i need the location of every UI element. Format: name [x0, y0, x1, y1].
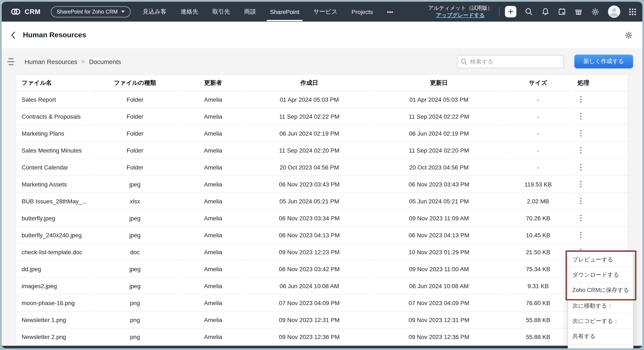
row-actions-kebab-button[interactable]: [578, 111, 584, 121]
column-header-modified: 更新日: [375, 75, 503, 91]
top-navbar: CRM SharePoint for Zoho CRM 見込み客連絡先取引先商談…: [2, 2, 642, 22]
row-actions-kebab-button[interactable]: [578, 145, 584, 155]
file-type-cell: png: [90, 312, 180, 328]
create-new-button[interactable]: 新しく作成する: [574, 55, 633, 68]
breadcrumb-folder[interactable]: Documents: [89, 58, 121, 65]
created-date-cell: 06 Nov 2023 03:43 PM: [246, 176, 372, 193]
created-date-cell: 06 Nov 2023 04:13 PM: [246, 227, 372, 244]
created-date-cell: 01 Apr 2024 05:03 PM: [246, 91, 372, 108]
context-menu-item[interactable]: ダウンロードする: [568, 268, 633, 283]
file-size-cell: -: [505, 142, 571, 159]
file-size-cell: -: [505, 125, 571, 142]
nav-tab[interactable]: 商談: [244, 2, 256, 22]
created-date-cell: 09 Nov 2023 12:31 PM: [246, 312, 372, 328]
context-menu-item[interactable]: Zoho CRMに保存する: [568, 283, 633, 298]
actions-cell: [573, 227, 628, 244]
settings-gear-icon[interactable]: [591, 7, 600, 16]
file-name-cell[interactable]: butterfly.jpeg: [16, 210, 87, 227]
row-actions-kebab-button[interactable]: [578, 230, 584, 240]
calendar-icon[interactable]: [558, 8, 566, 16]
row-actions-kebab-button[interactable]: [578, 213, 584, 223]
plan-label: アルティメット（試用版）: [428, 5, 493, 12]
user-avatar[interactable]: [608, 5, 620, 18]
nav-tab[interactable]: SharePoint: [270, 2, 300, 22]
file-type-cell: jpeg: [90, 278, 180, 295]
file-name-cell[interactable]: Sales Meeting Minutes: [16, 142, 87, 159]
row-actions-kebab-button[interactable]: [578, 162, 584, 172]
file-name-cell[interactable]: Marketing Assets: [16, 176, 87, 193]
table-row[interactable]: butterfly_240x240.jpeg jpeg Amelia 06 No…: [16, 227, 628, 244]
actions-cell: [573, 108, 628, 125]
marketplace-store-icon[interactable]: [574, 8, 582, 16]
nav-tab[interactable]: •••: [387, 2, 393, 22]
context-menu-item[interactable]: 次に移動する：: [568, 298, 633, 314]
table-body: Sales Report Folder Amelia 01 Apr 2024 0…: [16, 91, 628, 345]
file-name-cell[interactable]: dd.jpeg: [16, 261, 87, 278]
file-name-cell[interactable]: Sales Report: [16, 91, 87, 108]
file-name-cell[interactable]: check-list-template.doc: [16, 244, 87, 261]
nav-tab[interactable]: 見込み客: [143, 2, 166, 22]
row-actions-kebab-button[interactable]: [578, 196, 584, 206]
table-row[interactable]: Marketing Plans Folder Amelia 06 Jun 202…: [16, 125, 628, 142]
context-menu-item[interactable]: リンクをコピーする: [568, 345, 633, 348]
search-icon: [460, 58, 468, 65]
notifications-bell-icon[interactable]: [542, 8, 550, 16]
file-name-cell[interactable]: images2.jpeg: [16, 278, 87, 295]
file-name-cell[interactable]: moon-phase-16.png: [16, 295, 87, 312]
modified-by-cell: Amelia: [182, 91, 244, 108]
file-type-cell: Folder: [90, 159, 180, 176]
file-size-cell: 2.02 MB: [505, 193, 571, 210]
nav-tab[interactable]: 取引先: [212, 2, 230, 22]
quick-create-button[interactable]: [505, 6, 516, 17]
file-type-cell: jpeg: [90, 227, 180, 244]
nav-tab[interactable]: サービス: [313, 2, 338, 22]
created-date-cell: 05 Jun 2024 05:21 PM: [246, 193, 372, 210]
search-icon[interactable]: [525, 8, 533, 16]
apps-grid-icon[interactable]: [629, 8, 636, 15]
file-type-cell: jpeg: [90, 261, 180, 278]
context-menu-item[interactable]: 共有する: [568, 329, 633, 345]
table-row[interactable]: Newsletter 2.png png Amelia 09 Nov 2023 …: [16, 328, 628, 345]
table-row[interactable]: images2.jpeg jpeg Amelia 06 Jun 2024 10:…: [16, 278, 628, 295]
created-date-cell: 06 Nov 2023 03:42 PM: [246, 261, 372, 278]
modified-by-cell: Amelia: [182, 227, 244, 244]
table-row[interactable]: Contracts & Proposals Folder Amelia 11 S…: [16, 108, 628, 125]
view-menu-icon[interactable]: [7, 58, 14, 65]
actions-cell: [573, 125, 628, 142]
file-name-cell[interactable]: Contracts & Proposals: [16, 108, 87, 125]
context-menu-item[interactable]: 次にコピーする：: [568, 314, 633, 329]
nav-tab[interactable]: Projects: [352, 2, 373, 22]
file-name-cell[interactable]: Marketing Plans: [16, 125, 87, 142]
table-row[interactable]: BUB Issues_28thMay_... xlsx Amelia 05 Ju…: [16, 193, 628, 210]
table-row[interactable]: dd.jpeg jpeg Amelia 06 Nov 2023 03:42 PM…: [16, 261, 628, 278]
row-actions-kebab-button[interactable]: [578, 128, 584, 138]
row-actions-kebab-button[interactable]: [578, 179, 584, 189]
file-name-cell[interactable]: Newsletter 2.png: [16, 328, 87, 345]
table-row[interactable]: Content Calendar Folder Amelia 20 Oct 20…: [16, 159, 628, 176]
app-selector-dropdown[interactable]: SharePoint for Zoho CRM: [51, 6, 131, 17]
search-input[interactable]: [457, 55, 564, 68]
row-actions-kebab-button[interactable]: [578, 94, 584, 104]
table-row[interactable]: Newsletter 1.png png Amelia 09 Nov 2023 …: [16, 312, 628, 328]
table-row[interactable]: Marketing Assets jpeg Amelia 06 Nov 2023…: [16, 176, 628, 193]
nav-tab[interactable]: 連絡先: [180, 2, 198, 22]
breadcrumb-library[interactable]: Human Resources: [24, 58, 77, 65]
modified-by-cell: Amelia: [182, 108, 244, 125]
back-button[interactable]: [11, 31, 16, 39]
zoho-crm-logo[interactable]: CRM: [10, 8, 40, 16]
table-row[interactable]: check-list-template.doc doc Amelia 09 No…: [16, 244, 628, 261]
file-name-cell[interactable]: Content Calendar: [16, 159, 87, 176]
file-size-cell: -: [505, 91, 571, 108]
upgrade-link[interactable]: アップグレードする: [436, 12, 485, 18]
table-row[interactable]: Sales Report Folder Amelia 01 Apr 2024 0…: [16, 91, 628, 108]
modified-date-cell: 06 Jun 2024 02:19 PM: [375, 125, 503, 142]
file-name-cell[interactable]: BUB Issues_28thMay_...: [16, 193, 87, 210]
file-name-cell[interactable]: Newsletter 1.png: [16, 312, 87, 328]
table-row[interactable]: moon-phase-16.png png Amelia 07 Nov 2023…: [16, 295, 628, 312]
file-name-cell[interactable]: butterfly_240x240.jpeg: [16, 227, 87, 244]
context-menu-item[interactable]: プレビューする: [568, 252, 633, 268]
modified-date-cell: 05 Jun 2024 05:21 PM: [375, 193, 503, 210]
table-row[interactable]: butterfly.jpeg jpeg Amelia 06 Nov 2023 0…: [16, 210, 628, 227]
library-settings-gear-icon[interactable]: [624, 31, 633, 39]
table-row[interactable]: Sales Meeting Minutes Folder Amelia 11 S…: [16, 142, 628, 159]
